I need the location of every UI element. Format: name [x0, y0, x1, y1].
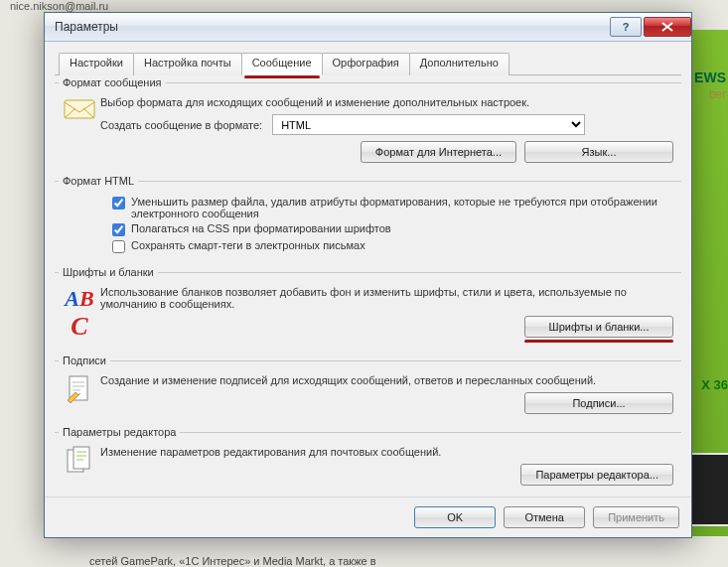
- chk-reduce-size-box[interactable]: [112, 197, 125, 210]
- group-legend: Подписи: [59, 354, 110, 366]
- signatures-button[interactable]: Подписи...: [524, 392, 673, 414]
- help-button[interactable]: ?: [610, 17, 642, 37]
- ed-desc: Изменение параметров редактирования для …: [100, 446, 677, 458]
- editor-options-button[interactable]: Параметры редактора...: [520, 464, 673, 486]
- tab-content: Формат сообщения Выбор формата для исход…: [55, 72, 681, 494]
- group-legend: Шрифты и бланки: [59, 266, 158, 278]
- abc-icon: ABC: [65, 286, 93, 342]
- group-html-format: Формат HTML Уменьшить размер файла, удал…: [55, 175, 681, 260]
- group-legend: Параметры редактора: [59, 426, 180, 438]
- chk-css-fonts[interactable]: Полагаться на CSS при форматировании шри…: [112, 222, 677, 236]
- fonts-stationery-button[interactable]: Шрифты и бланки...: [524, 316, 673, 338]
- fonts-desc: Использование бланков позволяет добавить…: [100, 286, 677, 310]
- format-desc: Выбор формата для исходящих сообщений и …: [100, 96, 677, 108]
- cancel-button[interactable]: Отмена: [504, 506, 585, 528]
- dialog-footer: OK Отмена Применить: [45, 496, 691, 537]
- group-legend: Формат сообщения: [59, 76, 166, 88]
- compose-format-select[interactable]: HTML: [272, 114, 585, 135]
- group-legend: Формат HTML: [59, 175, 138, 187]
- envelope-icon: [64, 96, 95, 120]
- compose-label: Создать сообщение в формате:: [100, 119, 262, 131]
- bg-email: nice.nikson@mail.ru: [10, 0, 108, 12]
- group-message-format: Формат сообщения Выбор формата для исход…: [55, 76, 681, 169]
- group-signatures: Подписи Создание и изменение подписей дл…: [55, 354, 681, 420]
- editor-icon: [66, 446, 93, 476]
- signature-icon: [66, 374, 93, 404]
- ok-button[interactable]: OK: [414, 506, 496, 528]
- internet-format-button[interactable]: Формат для Интернета...: [361, 141, 516, 163]
- group-editor-options: Параметры редактора Изменение параметров…: [55, 426, 681, 492]
- bg-article-text: сетей GamePark, «1С Интерес» и Media Mar…: [89, 555, 586, 567]
- titlebar: Параметры ?: [45, 13, 691, 42]
- language-button[interactable]: Язык...: [524, 141, 673, 163]
- apply-button[interactable]: Применить: [593, 506, 679, 528]
- chk-reduce-size[interactable]: Уменьшить размер файла, удалив атрибуты …: [112, 196, 677, 219]
- options-dialog: Параметры ? Настройки Настройка почты Со…: [44, 12, 692, 538]
- svg-rect-0: [65, 100, 94, 118]
- tab-message[interactable]: Сообщение: [241, 53, 323, 75]
- chk-smart-tags[interactable]: Сохранять смарт-теги в электронных письм…: [112, 239, 677, 253]
- group-fonts-stationery: Шрифты и бланки ABC Использование бланко…: [55, 266, 681, 349]
- dialog-title: Параметры: [55, 20, 610, 34]
- svg-rect-3: [73, 447, 89, 469]
- chk-css-fonts-box[interactable]: [112, 223, 125, 236]
- bg-sidebar: EWS ber X 36: [691, 30, 728, 536]
- chk-smart-tags-box[interactable]: [112, 240, 125, 253]
- sig-desc: Создание и изменение подписей для исходя…: [100, 374, 677, 386]
- close-button[interactable]: [644, 17, 691, 37]
